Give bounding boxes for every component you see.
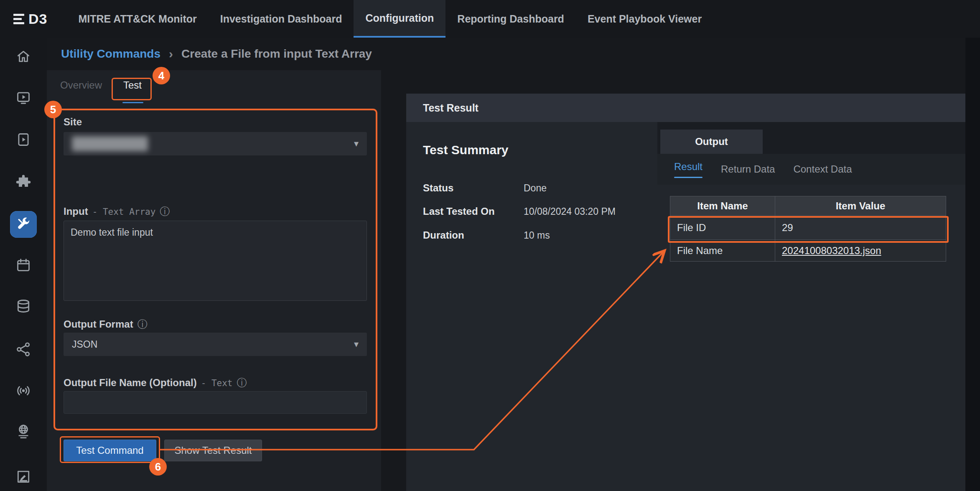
- broadcast-icon: [15, 383, 31, 399]
- network-globe-icon: [15, 424, 31, 440]
- media-file-icon: [15, 132, 31, 148]
- output-file-label: Output File Name (Optional)- Textⓘ: [64, 376, 247, 389]
- file-id-row: File ID 29: [670, 216, 946, 240]
- breadcrumb-parent-link[interactable]: Utility Commands: [61, 47, 160, 61]
- sidebar-item-broadcast[interactable]: [15, 382, 32, 399]
- tab-test-active-underline: [122, 102, 143, 103]
- sidebar-item-schedule[interactable]: [15, 89, 32, 106]
- test-result-title: Test Result: [423, 102, 479, 114]
- sidebar-item-home[interactable]: [15, 48, 32, 65]
- top-nav-items: MITRE ATT&CK Monitor Investigation Dashb…: [66, 0, 713, 38]
- right-edge-strip: [965, 38, 980, 491]
- d3-logo[interactable]: D3: [0, 0, 60, 38]
- test-result-header: Test Result: [406, 94, 965, 122]
- output-file-info-icon[interactable]: ⓘ: [237, 377, 247, 388]
- nav-item-event-playbook-viewer[interactable]: Event Playbook Viewer: [576, 0, 713, 38]
- command-test-panel: Overview Test Site ▾ Input- Text Arrayⓘ …: [47, 70, 381, 491]
- output-format-value: JSON: [72, 339, 97, 350]
- d3-logo-text: D3: [28, 11, 47, 27]
- test-command-button[interactable]: Test Command: [64, 440, 156, 461]
- site-select[interactable]: ▾: [64, 132, 367, 155]
- top-nav: D3 MITRE ATT&CK Monitor Investigation Da…: [0, 0, 980, 38]
- status-label: Status: [423, 182, 453, 194]
- wrench-icon: [15, 216, 32, 233]
- annotation-badge-6: 6: [149, 458, 167, 476]
- output-file-type-hint: - Text: [201, 378, 233, 388]
- nav-item-mitre-attack-monitor[interactable]: MITRE ATT&CK Monitor: [66, 0, 208, 38]
- output-format-select[interactable]: JSON ▾: [64, 333, 367, 356]
- file-name-name-cell: File Name: [670, 240, 775, 262]
- site-selected-value-redacted: [72, 136, 148, 151]
- schedule-monitor-icon: [15, 89, 31, 105]
- file-name-value-cell: 20241008032013.json: [775, 240, 946, 262]
- sidebar-item-network-globe[interactable]: [15, 423, 32, 440]
- annotation-badge-4: 4: [153, 67, 170, 84]
- database-icon: [15, 299, 31, 315]
- nav-item-investigation-dashboard[interactable]: Investigation Dashboard: [209, 0, 354, 38]
- input-info-icon[interactable]: ⓘ: [160, 206, 170, 217]
- d3-logo-bars-icon: [13, 14, 24, 24]
- file-id-value-cell: 29: [775, 216, 946, 240]
- sidebar-item-share-nodes[interactable]: [15, 341, 32, 358]
- tab-overview[interactable]: Overview: [60, 79, 102, 91]
- result-subtabs: Result Return Data Context Data: [657, 154, 965, 185]
- page-title: Create a File from input Text Array: [181, 47, 372, 61]
- subtab-result[interactable]: Result: [674, 161, 703, 178]
- show-test-result-button[interactable]: Show Test Result: [164, 440, 262, 461]
- duration-value: 10 ms: [524, 230, 550, 241]
- sidebar-item-integrations[interactable]: [15, 173, 32, 190]
- sidebar-item-signature-doc[interactable]: [15, 468, 32, 485]
- sidebar-item-media-file[interactable]: [15, 131, 32, 148]
- duration-label: Duration: [423, 229, 464, 241]
- signature-doc-icon: [15, 468, 31, 484]
- test-result-panel: Test Result Test Summary Status Done Las…: [406, 94, 965, 491]
- breadcrumb-chevron-icon: ›: [169, 47, 173, 61]
- item-name-header: Item Name: [670, 196, 775, 216]
- breadcrumb: Utility Commands › Create a File from in…: [47, 38, 372, 70]
- sidebar-item-calendar[interactable]: [15, 257, 32, 274]
- result-table: Item Name Item Value File ID 29 File Nam…: [670, 196, 946, 262]
- calendar-icon: [15, 257, 31, 273]
- app-screen: D3 MITRE ATT&CK Monitor Investigation Da…: [0, 0, 980, 491]
- sidebar-item-utility-tools[interactable]: [10, 211, 37, 238]
- last-tested-on-value: 10/08/2024 03:20 PM: [524, 206, 616, 217]
- sidebar: [0, 38, 47, 491]
- file-name-link[interactable]: 20241008032013.json: [782, 245, 881, 256]
- home-icon: [15, 48, 31, 64]
- caret-down-icon: ▾: [354, 138, 359, 149]
- output-format-info-icon[interactable]: ⓘ: [137, 318, 148, 330]
- nav-item-configuration[interactable]: Configuration: [354, 0, 445, 38]
- input-label: Input- Text Arrayⓘ: [64, 205, 170, 218]
- puzzle-icon: [15, 174, 31, 190]
- share-nodes-icon: [15, 341, 31, 357]
- input-type-hint: - Text Array: [92, 207, 156, 217]
- site-label: Site: [64, 116, 82, 128]
- file-id-name-cell: File ID: [670, 216, 775, 240]
- nav-item-reporting-dashboard[interactable]: Reporting Dashboard: [445, 0, 576, 38]
- tab-test[interactable]: Test: [123, 79, 142, 91]
- result-table-header-row: Item Name Item Value: [670, 196, 946, 216]
- item-value-header: Item Value: [775, 196, 946, 216]
- output-format-label: Output Formatⓘ: [64, 318, 148, 331]
- sidebar-item-database[interactable]: [15, 298, 32, 315]
- last-tested-on-label: Last Tested On: [423, 206, 495, 217]
- tab-output[interactable]: Output: [660, 130, 763, 154]
- file-name-row: File Name 20241008032013.json: [670, 240, 946, 262]
- status-value: Done: [524, 183, 547, 194]
- subtab-context-data[interactable]: Context Data: [793, 163, 852, 175]
- caret-down-icon: ▾: [354, 339, 359, 350]
- output-file-input[interactable]: [64, 391, 367, 414]
- test-summary-title: Test Summary: [423, 143, 509, 157]
- subtab-return-data[interactable]: Return Data: [721, 163, 775, 175]
- annotation-badge-5: 5: [44, 101, 62, 118]
- input-textarea[interactable]: Demo text file input: [64, 221, 367, 301]
